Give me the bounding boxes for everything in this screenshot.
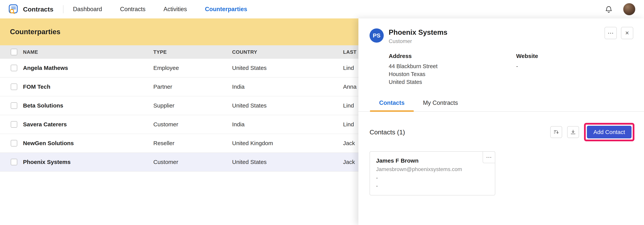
user-avatar[interactable] [623,3,636,16]
col-header-name: NAME [23,49,153,55]
counterparty-detail-drawer: PS Phoenix Systems Customer ⋯ ✕ Address … [358,19,644,225]
contacts-bar: Contacts (1) Add Contact [358,112,644,141]
col-header-country: COUNTRY [232,49,343,55]
cell-name: FOM Tech [23,84,153,90]
more-icon: ⋯ [486,154,492,160]
nav-divider [63,5,64,13]
cell-country: United States [232,102,343,109]
cell-type: Customer [153,159,232,165]
drawer-tabs: Contacts My Contracts [358,96,644,112]
notification-bell-icon[interactable] [604,5,613,14]
sort-button[interactable] [550,126,562,138]
contact-card: James F Brown Jamesbrown@phoenixsystems.… [370,151,495,195]
address-label: Address [389,53,516,59]
row-checkbox[interactable] [11,102,17,109]
cell-name: Phoenix Systems [23,159,153,165]
cell-country: India [232,84,343,90]
top-nav-right [604,3,636,16]
add-contact-button[interactable]: Add Contact [587,126,632,138]
tab-my-contracts[interactable]: My Contracts [414,96,467,111]
close-drawer-button[interactable]: ✕ [621,27,633,39]
page-title: Counterparties [10,28,60,36]
nav-item-contracts[interactable]: Contracts [120,6,146,13]
more-icon: ⋯ [608,30,614,36]
cell-type: Partner [153,84,232,90]
contacts-actions: Add Contact [550,123,634,141]
brand-name: Contracts [23,6,54,13]
drawer-subtitle: Customer [389,38,447,44]
cell-country: United States [232,65,343,71]
row-checkbox[interactable] [11,140,17,146]
address-line-3: United States [389,78,516,86]
contact-card-menu-button[interactable]: ⋯ [482,151,495,163]
sort-icon [553,129,559,135]
address-block: Address 44 Blackburn Street Houston Texa… [389,53,516,86]
col-header-type: TYPE [153,49,232,55]
nav-item-counterparties[interactable]: Counterparties [205,6,247,13]
contact-phone: - [376,175,489,180]
cell-type: Reseller [153,140,232,146]
row-checkbox[interactable] [11,121,17,128]
website-block: Website - [516,53,644,86]
contact-email: Jamesbrown@phoenixsystems.com [376,166,489,172]
cell-country: United Kingdom [232,140,343,146]
cell-name: Angela Mathews [23,65,153,71]
close-icon: ✕ [625,31,629,36]
select-all-checkbox[interactable] [11,49,17,55]
top-nav: Contracts Dashboard Contracts Activities… [0,0,644,19]
tab-contacts[interactable]: Contacts [370,96,414,111]
website-value: - [516,62,644,70]
contact-extra: - [376,183,489,188]
contacts-heading: Contacts (1) [370,128,405,136]
cell-name: Savera Caterers [23,121,153,128]
cell-name: Beta Solutions [23,102,153,109]
cell-type: Supplier [153,102,232,109]
drawer-actions: ⋯ ✕ [604,27,633,39]
brand[interactable]: Contracts [8,4,54,15]
row-checkbox[interactable] [11,65,17,71]
address-line-1: 44 Blackburn Street [389,62,516,70]
cell-type: Customer [153,121,232,128]
drawer-info: Address 44 Blackburn Street Houston Texa… [389,53,644,86]
row-checkbox[interactable] [11,159,17,165]
cell-type: Employee [153,65,232,71]
nav-items: Dashboard Contracts Activities Counterpa… [73,6,247,13]
drawer-titleblock: Phoenix Systems Customer [389,29,447,44]
counterparty-avatar: PS [370,29,384,43]
nav-item-activities[interactable]: Activities [164,6,187,13]
add-contact-highlight: Add Contact [584,123,634,141]
cell-name: NewGen Solutions [23,140,153,146]
website-label: Website [516,53,644,59]
address-line-2: Houston Texas [389,70,516,78]
download-icon [570,129,576,135]
drawer-header: PS Phoenix Systems Customer ⋯ ✕ [358,19,644,44]
cell-country: India [232,121,343,128]
more-options-button[interactable]: ⋯ [604,27,617,39]
app-logo-icon [8,4,19,15]
nav-item-dashboard[interactable]: Dashboard [73,6,102,13]
drawer-title: Phoenix Systems [389,29,447,37]
export-button[interactable] [567,126,579,138]
row-checkbox[interactable] [11,84,17,90]
cell-country: United States [232,159,343,165]
contact-name: James F Brown [376,157,489,164]
